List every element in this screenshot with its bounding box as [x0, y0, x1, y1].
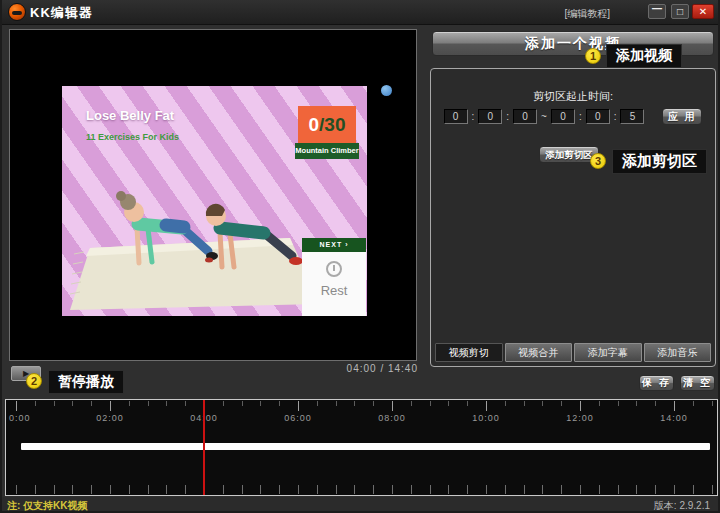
add-cut-tooltip: 添加剪切区	[612, 149, 707, 174]
status-note: 注: 仅支持KK视频	[7, 499, 88, 513]
rest-label: Rest	[302, 283, 366, 298]
range-separator: ~	[541, 111, 547, 122]
step-badge-2: 2	[26, 373, 42, 389]
status-bar: 注: 仅支持KK视频 版本: 2.9.2.1	[2, 497, 718, 513]
cut-time-inputs-row: 0 : 0 : 0 ~ 0 : 0 : 5 应 用	[431, 108, 715, 125]
clear-button[interactable]: 清 空	[680, 375, 715, 391]
video-track-bar[interactable]	[21, 443, 710, 450]
function-tabs: 视频剪切 视频合并 添加字幕 添加音乐	[435, 343, 711, 362]
step-badge-1: 1	[585, 48, 601, 64]
timeline-ruler-top: 0:00 02:00 04:00 06:00 08:00 10:00 12:00…	[6, 401, 717, 427]
exercise-name-label: Mountain Climber	[295, 143, 359, 159]
next-exercise-label: NEXT ›	[302, 238, 366, 252]
playhead-marker[interactable]	[203, 400, 205, 495]
video-title-text: Lose Belly Fat	[86, 108, 174, 123]
add-video-tooltip: 添加视频	[606, 44, 682, 68]
rep-counter: 0 /30	[298, 106, 356, 143]
apply-button[interactable]: 应 用	[662, 108, 702, 125]
timeline-panel[interactable]: 0:00 02:00 04:00 06:00 08:00 10:00 12:00…	[5, 399, 718, 496]
start-hour-field[interactable]: 0	[444, 109, 468, 124]
timeline-label: 0:00	[9, 413, 31, 423]
start-second-field[interactable]: 0	[513, 109, 537, 124]
rep-counter-value: 0	[309, 114, 320, 136]
save-button[interactable]: 保 存	[639, 375, 674, 391]
tab-add-subtitle[interactable]: 添加字幕	[574, 343, 642, 362]
colon-separator: :	[506, 111, 509, 122]
timeline-label: 12:00	[566, 413, 594, 423]
maximize-button[interactable]: □	[671, 4, 689, 19]
end-hour-field[interactable]: 0	[551, 109, 575, 124]
colon-separator: :	[472, 111, 475, 122]
timer-icon	[326, 261, 342, 277]
video-frame: Lose Belly Fat 11 Exercises For Kids 0 /…	[62, 86, 367, 316]
timeline-label: 08:00	[378, 413, 406, 423]
app-title: KK编辑器	[30, 4, 93, 22]
colon-separator: :	[579, 111, 582, 122]
tab-add-music[interactable]: 添加音乐	[644, 343, 712, 362]
start-minute-field[interactable]: 0	[478, 109, 502, 124]
timeline-label: 14:00	[660, 413, 688, 423]
timeline-label: 10:00	[472, 413, 500, 423]
version-label: 版本: 2.9.2.1	[654, 499, 710, 513]
rep-counter-total: /30	[319, 114, 345, 136]
end-minute-field[interactable]: 0	[586, 109, 610, 124]
cut-settings-panel: 剪切区起止时间: 0 : 0 : 0 ~ 0 : 0 : 5 应 用 视频剪切 …	[430, 68, 716, 367]
tab-video-merge[interactable]: 视频合并	[505, 343, 573, 362]
minimize-button[interactable]: —	[648, 4, 666, 19]
title-hint: [编辑教程]	[564, 7, 610, 21]
timeline-label: 02:00	[96, 413, 124, 423]
video-subtitle-text: 11 Exercises For Kids	[86, 132, 179, 142]
playback-time-display: 04:00 / 14:40	[298, 363, 418, 374]
colon-separator: :	[614, 111, 617, 122]
timeline-ruler-bottom	[6, 485, 717, 494]
app-logo-icon	[8, 3, 26, 21]
tab-video-cut[interactable]: 视频剪切	[435, 343, 503, 362]
video-preview-panel[interactable]: Lose Belly Fat 11 Exercises For Kids 0 /…	[9, 29, 417, 361]
cut-time-range-label: 剪切区起止时间:	[431, 89, 715, 104]
close-button[interactable]: ✕	[692, 4, 714, 19]
title-bar: KK编辑器 [编辑教程] — □ ✕	[2, 0, 718, 25]
app-window: KK编辑器 [编辑教程] — □ ✕	[0, 0, 720, 513]
end-second-field[interactable]: 5	[620, 109, 644, 124]
watermark-dot-icon	[381, 85, 392, 96]
rest-card: Rest	[302, 252, 366, 316]
step-badge-3: 3	[590, 153, 606, 169]
timeline-label: 06:00	[284, 413, 312, 423]
pause-tooltip: 暂停播放	[48, 370, 124, 394]
